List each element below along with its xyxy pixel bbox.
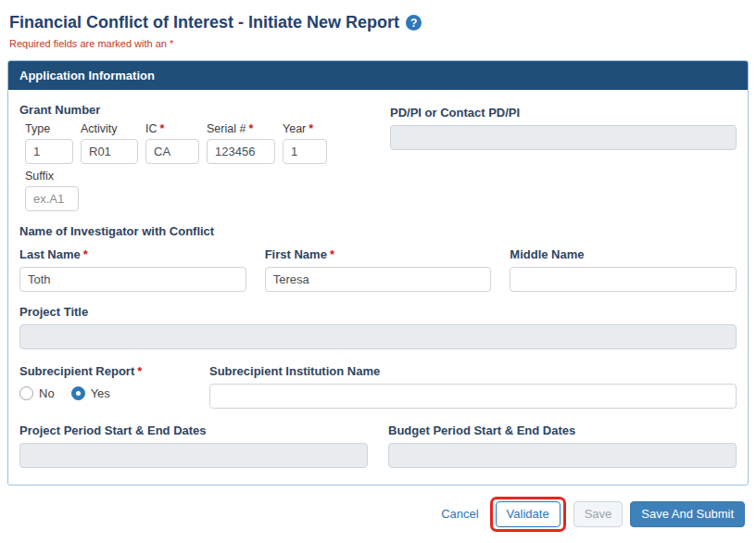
grant-year-field: Year*: [283, 122, 327, 164]
suffix-label: Suffix: [25, 170, 390, 183]
save-and-submit-button[interactable]: Save And Submit: [630, 501, 745, 527]
grant-number-group: Grant Number Type Activity IC*: [19, 103, 390, 211]
investigator-name-row: Last Name* First Name* Middle Name: [19, 247, 737, 292]
grant-serial-input[interactable]: [207, 139, 275, 164]
grant-activity-label: Activity: [81, 122, 138, 135]
subrecipient-radio-no[interactable]: No: [19, 386, 55, 400]
subrecipient-report-label: Subrecipient Report*: [19, 364, 209, 378]
required-fields-note: Required fields are marked with an *: [9, 38, 747, 49]
required-asterisk: *: [137, 364, 142, 378]
grant-ic-label-text: IC: [145, 122, 158, 135]
investigator-section-label: Name of Investigator with Conflict: [19, 224, 737, 238]
grant-pdpi-row: Grant Number Type Activity IC*: [19, 103, 737, 211]
project-period-field: Project Period Start & End Dates: [19, 423, 368, 468]
last-name-label-text: Last Name: [19, 247, 81, 261]
radio-yes-label: Yes: [91, 386, 110, 400]
grant-number-label: Grant Number: [19, 103, 390, 117]
grant-year-label-text: Year: [283, 122, 306, 135]
last-name-label: Last Name*: [19, 247, 246, 261]
periods-row: Project Period Start & End Dates Budget …: [19, 423, 737, 468]
subrecipient-institution-label: Subrecipient Institution Name: [209, 364, 737, 378]
cancel-button[interactable]: Cancel: [437, 502, 482, 526]
middle-name-field: Middle Name: [510, 247, 737, 292]
validate-button[interactable]: Validate: [496, 501, 561, 527]
middle-name-input[interactable]: [510, 267, 737, 292]
help-icon[interactable]: ?: [406, 15, 422, 31]
application-information-panel: Application Information Grant Number Typ…: [7, 60, 749, 486]
project-title-input: [19, 324, 737, 349]
panel-header: Application Information: [8, 61, 748, 90]
first-name-field: First Name*: [265, 247, 492, 292]
grant-serial-field: Serial #*: [207, 122, 275, 164]
grant-ic-field: IC*: [145, 122, 199, 164]
grant-year-label: Year*: [283, 122, 327, 135]
grant-type-field: Type: [25, 122, 73, 164]
highlight-annotation-box: Validate: [490, 497, 566, 532]
budget-period-input: [388, 443, 737, 468]
panel-body: Grant Number Type Activity IC*: [8, 90, 748, 485]
pdpi-group: PD/PI or Contact PD/PI: [390, 103, 737, 211]
grant-type-input[interactable]: [25, 139, 73, 164]
project-period-label: Project Period Start & End Dates: [19, 423, 368, 437]
grant-ic-label: IC*: [145, 122, 199, 135]
grant-year-input[interactable]: [283, 139, 327, 164]
subrecipient-radio-yes[interactable]: Yes: [71, 386, 110, 400]
grant-serial-label: Serial #*: [207, 122, 275, 135]
grant-number-fields: Type Activity IC* Serial #*: [19, 122, 390, 164]
first-name-label-text: First Name: [265, 247, 327, 261]
required-asterisk: *: [83, 247, 88, 261]
grant-suffix-field: Suffix: [19, 170, 390, 211]
project-period-input: [19, 443, 368, 468]
first-name-label: First Name*: [265, 247, 492, 261]
budget-period-label: Budget Period Start & End Dates: [388, 423, 737, 437]
grant-serial-label-text: Serial #: [207, 122, 246, 135]
pdpi-label: PD/PI or Contact PD/PI: [390, 106, 737, 120]
project-title-field: Project Title: [19, 305, 737, 349]
action-buttons: Cancel Validate Save Save And Submit: [7, 497, 749, 532]
radio-no-label: No: [39, 386, 55, 400]
first-name-input[interactable]: [265, 267, 492, 292]
pdpi-input: [390, 125, 737, 150]
last-name-field: Last Name*: [19, 247, 246, 292]
page-title: Financial Conflict of Interest - Initiat…: [9, 13, 399, 32]
save-button: Save: [573, 501, 624, 527]
grant-activity-field: Activity: [81, 122, 138, 164]
budget-period-field: Budget Period Start & End Dates: [388, 423, 737, 468]
required-asterisk: *: [330, 247, 334, 261]
last-name-input[interactable]: [19, 267, 246, 292]
subrecipient-row: Subrecipient Report* No Yes Subrecipient: [19, 364, 737, 409]
required-asterisk: *: [248, 122, 253, 135]
project-title-label: Project Title: [19, 305, 737, 319]
suffix-input[interactable]: [25, 186, 79, 211]
grant-activity-input[interactable]: [81, 139, 138, 164]
required-asterisk: *: [160, 122, 165, 135]
subrecipient-report-label-text: Subrecipient Report: [19, 364, 134, 378]
subrecipient-institution-input[interactable]: [209, 384, 737, 409]
subrecipient-report-field: Subrecipient Report* No Yes: [19, 364, 209, 409]
grant-type-label: Type: [25, 122, 73, 135]
radio-selected-icon[interactable]: [71, 386, 85, 400]
middle-name-label: Middle Name: [510, 247, 737, 261]
fcoi-initiate-report-page: Financial Conflict of Interest - Initiat…: [0, 0, 756, 532]
grant-ic-input[interactable]: [145, 139, 199, 164]
subrecipient-institution-field: Subrecipient Institution Name: [209, 364, 737, 409]
subrecipient-radio-group: No Yes: [19, 386, 209, 400]
radio-unselected-icon[interactable]: [19, 386, 33, 400]
required-asterisk: *: [309, 122, 313, 135]
page-title-row: Financial Conflict of Interest - Initiat…: [7, 9, 749, 32]
